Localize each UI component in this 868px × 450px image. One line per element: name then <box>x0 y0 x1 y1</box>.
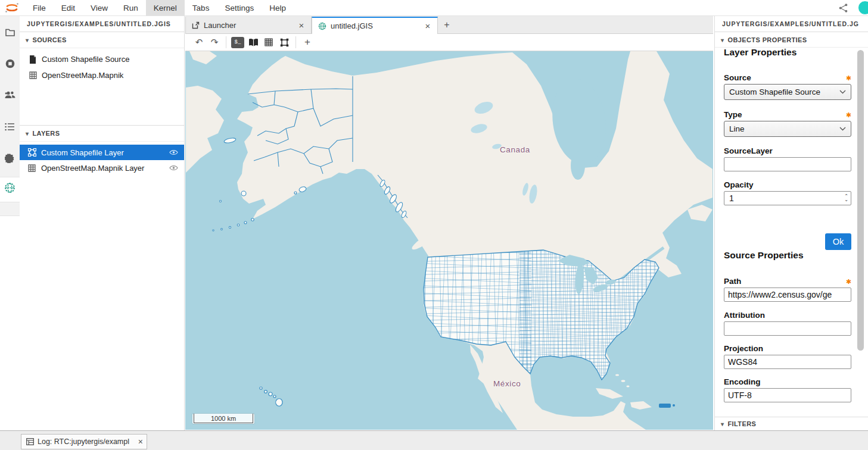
number-spinner-icon[interactable]: ⌃⌄ <box>844 195 848 202</box>
user-avatar[interactable] <box>858 1 868 15</box>
collapse-caret-icon <box>26 130 32 137</box>
source-field-group: Source Custom Shapefile Source <box>724 73 851 100</box>
menu-edit[interactable]: Edit <box>54 0 83 15</box>
layer-item-label: OpenStreetMap.Mapnik Layer <box>41 164 144 173</box>
log-console-tab[interactable]: Log: RTC:jupytergis/exampl <box>21 434 147 449</box>
map-label-mexico: México <box>493 379 521 388</box>
projection-field-group: Projection <box>724 343 851 369</box>
layers-list: Custom Shapefile Layer OpenStreetMap.Map… <box>20 142 184 176</box>
new-tab-button[interactable] <box>438 17 456 33</box>
objects-properties-panel: JUPYTERGIS/EXAMPLES/UNTITLED.JG OBJECTS … <box>714 15 868 430</box>
attribution-field-label: Attribution <box>724 311 765 320</box>
path-input[interactable] <box>724 288 851 302</box>
sources-empty-space <box>20 83 184 125</box>
menu-settings[interactable]: Settings <box>217 0 262 15</box>
layers-section-title: LAYERS <box>32 130 60 137</box>
collapse-caret-icon <box>721 420 727 427</box>
tab-close-icon[interactable] <box>138 437 143 446</box>
opacity-number-input[interactable]: 1 ⌃⌄ <box>724 191 851 205</box>
open-map-book-button[interactable] <box>245 35 261 49</box>
source-field-label: Source <box>724 73 751 82</box>
main-area: JUPYTERGIS/EXAMPLES/UNTITLED.JGIS SOURCE… <box>0 15 868 430</box>
tab-label: Launcher <box>204 21 236 30</box>
menu-file[interactable]: File <box>25 0 54 15</box>
tab-launcher[interactable]: Launcher <box>185 17 312 33</box>
collapse-caret-icon <box>26 36 32 43</box>
source-item-custom-shapefile[interactable]: Custom Shapefile Source <box>20 51 184 67</box>
layer-visibility-eye-icon[interactable] <box>169 149 178 155</box>
menu-tabs[interactable]: Tabs <box>185 0 217 15</box>
objects-properties-section-header[interactable]: OBJECTS PROPERTIES <box>715 32 868 48</box>
layer-properties-title: Layer Properties <box>724 47 851 58</box>
type-select-value: Line <box>729 124 745 133</box>
map-label-canada: Canada <box>500 145 530 154</box>
attribution-input[interactable] <box>724 321 851 336</box>
layer-item-custom-shapefile[interactable]: Custom Shapefile Layer <box>20 145 184 160</box>
vector-layer-button[interactable] <box>276 35 292 49</box>
filters-section-header[interactable]: FILTERS <box>715 417 868 431</box>
ok-button[interactable]: Ok <box>825 233 851 250</box>
layer-visibility-eye-icon[interactable] <box>169 165 178 171</box>
tab-close-icon[interactable] <box>297 20 306 30</box>
properties-form: Layer Properties Source Custom Shapefile… <box>715 47 868 432</box>
bottom-dock-bar: Log: RTC:jupytergis/exampl <box>0 430 868 450</box>
sources-section-title: SOURCES <box>32 36 66 43</box>
layer-item-label: Custom Shapefile Layer <box>41 148 124 157</box>
encoding-field-label: Encoding <box>724 377 761 386</box>
chevron-down-icon <box>839 127 846 131</box>
jupyter-logo-icon <box>5 2 19 13</box>
right-panel-scrollbar[interactable] <box>857 50 864 351</box>
tab-label: untitled.jGIS <box>331 21 373 30</box>
share-icon[interactable] <box>838 3 848 13</box>
basemap-svg <box>185 51 713 430</box>
table-of-contents-icon[interactable] <box>0 117 20 136</box>
projection-input[interactable] <box>724 355 851 369</box>
filters-section-title: FILTERS <box>727 420 756 427</box>
menu-run[interactable]: Run <box>116 0 146 15</box>
sourcelayer-input[interactable] <box>724 157 851 171</box>
map-canvas[interactable]: Canada México 1000 km <box>185 51 713 430</box>
raster-grid-icon <box>27 164 37 172</box>
file-browser-icon[interactable] <box>0 22 20 42</box>
sources-section-header[interactable]: SOURCES <box>20 32 184 48</box>
left-panel-breadcrumb: JUPYTERGIS/EXAMPLES/UNTITLED.JGIS <box>20 15 184 32</box>
menu-help[interactable]: Help <box>262 0 294 15</box>
file-icon <box>28 55 38 64</box>
required-asterisk-icon <box>846 109 851 120</box>
redo-button[interactable] <box>207 35 222 49</box>
activity-bar-lower-section <box>0 202 20 216</box>
collaboration-users-icon[interactable] <box>0 85 20 105</box>
console-button[interactable]: $_ <box>230 35 245 49</box>
type-select[interactable]: Line <box>724 121 851 137</box>
extension-manager-icon[interactable] <box>0 148 20 168</box>
jupytergis-globe-icon[interactable] <box>0 178 20 198</box>
map-scale-bar: 1000 km <box>192 414 254 424</box>
tab-untitled-jgis[interactable]: untitled.jGIS <box>312 17 438 34</box>
menu-view[interactable]: View <box>83 0 116 15</box>
type-field-group: Type Line <box>724 110 851 137</box>
scale-bar-text: 1000 km <box>194 414 253 423</box>
add-layer-button[interactable] <box>300 35 315 49</box>
required-asterisk-icon <box>846 276 851 286</box>
layer-item-openstreetmap[interactable]: OpenStreetMap.Mapnik Layer <box>20 160 184 176</box>
source-select-value: Custom Shapefile Source <box>729 88 820 96</box>
projection-field-label: Projection <box>724 344 763 353</box>
tab-close-icon[interactable] <box>423 21 433 31</box>
layers-section-header[interactable]: LAYERS <box>20 125 184 142</box>
undo-button[interactable] <box>191 35 207 49</box>
collapse-caret-icon <box>721 36 727 43</box>
source-select[interactable]: Custom Shapefile Source <box>724 84 851 100</box>
opacity-field-group: Opacity 1 ⌃⌄ <box>724 180 851 205</box>
running-sessions-icon[interactable] <box>0 54 20 73</box>
objects-properties-title: OBJECTS PROPERTIES <box>727 36 807 43</box>
encoding-input[interactable] <box>724 388 851 402</box>
raster-layer-button[interactable] <box>261 35 276 49</box>
source-item-openstreetmap[interactable]: OpenStreetMap.Mapnik <box>20 67 184 83</box>
opacity-value: 1 <box>729 193 734 203</box>
encoding-field-group: Encoding <box>724 377 851 402</box>
source-item-label: OpenStreetMap.Mapnik <box>42 71 123 80</box>
document-tab-bar: Launcher untitled.jGIS <box>185 15 713 34</box>
menu-kernel[interactable]: Kernel <box>146 0 185 15</box>
raster-grid-icon <box>28 71 38 79</box>
log-tab-label: Log: RTC:jupytergis/exampl <box>38 438 129 446</box>
